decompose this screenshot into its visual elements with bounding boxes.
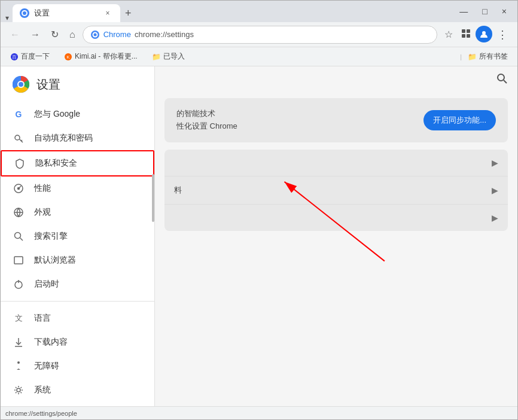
sidebar-scrollbar-thumb [152,174,154,222]
content-top [155,66,517,93]
tab-close-button[interactable]: × [102,8,113,19]
content-search-icon [496,72,508,84]
sidebar-item-accessibility[interactable]: 无障碍 [1,354,154,378]
sidebar-item-downloads[interactable]: 下载内容 [1,330,154,354]
address-text: chrome://settings [135,30,194,39]
content-search-button[interactable] [496,72,508,87]
svg-point-22 [18,188,20,190]
sidebar-item-performance[interactable]: 性能 [1,176,154,200]
title-bar: ▾ 设置 × + — □ × [1,1,517,22]
browser-icon [13,254,25,266]
toolbar-actions: ☆ ⋮ [441,26,511,44]
svg-rect-7 [467,29,470,33]
svg-rect-9 [467,34,470,38]
sync-card-text: 的智能技术 性化设置 Chrome [176,108,237,133]
sidebar-item-privacy[interactable]: 隐私和安全 [1,150,154,176]
minimize-button[interactable]: — [453,4,474,19]
sidebar-item-appearance-label: 外观 [34,207,51,218]
chevron-3: ▶ [492,213,498,223]
appearance-icon [13,206,25,218]
sidebar-item-autofill[interactable]: 自动填充和密码 [1,126,154,150]
close-button[interactable]: × [496,4,513,19]
system-icon [13,384,25,396]
bookmark-all-label: 所有书签 [479,51,508,62]
bookmark-imported-label: 已导入 [163,51,185,62]
active-tab[interactable]: 设置 × [13,4,120,22]
svg-point-2 [23,11,26,15]
sidebar-item-google-label: 您与 Google [34,109,80,120]
sidebar-divider [1,301,154,302]
sidebar-item-search[interactable]: 搜索引擎 [1,224,154,248]
star-button[interactable]: ☆ [441,26,456,44]
sidebar-item-startup-label: 启动时 [34,279,59,290]
forward-button[interactable]: → [27,27,44,42]
svg-point-25 [15,233,21,239]
bookmark-imported[interactable]: 📁 已导入 [148,50,188,63]
tab-area: ▾ 设置 × + [5,1,453,22]
sidebar-item-google[interactable]: G 您与 Google [1,102,154,126]
browser-window: ▾ 设置 × + — □ × ← → ↻ ⌂ [0,0,518,420]
settings-page-title: 设置 [36,77,60,93]
sidebar-item-startup[interactable]: 启动时 [1,272,154,296]
svg-point-17 [19,82,23,87]
sidebar-item-accessibility-label: 无障碍 [34,361,59,372]
maximize-button[interactable]: □ [476,4,493,19]
sync-card: 的智能技术 性化设置 Chrome 开启同步功能... [164,98,508,142]
bookmark-kimi[interactable]: K Kimi.ai - 帮你看更... [60,50,141,63]
bookmark-kimi-label: Kimi.ai - 帮你看更... [75,51,138,62]
window-controls: — □ × [453,4,513,19]
sidebar-item-appearance[interactable]: 外观 [1,200,154,224]
tab-list-button[interactable]: ▾ [5,14,9,22]
content-area: 的智能技术 性化设置 Chrome 开启同步功能... ▶ 料 ▶ ▶ [155,66,517,406]
main-content: 设置 G 您与 Google 自 [1,66,517,406]
profile-icon [479,29,489,39]
baidu-icon: 百 [10,53,19,61]
chrome-logo [13,76,29,93]
status-url: chrome://settings/people [5,410,77,417]
sidebar-item-system-label: 系统 [34,385,51,395]
chevron-2: ▶ [492,185,498,195]
sidebar-item-default-browser[interactable]: 默认浏览器 [1,248,154,272]
content-row-2[interactable]: 料 ▶ [164,176,508,205]
key-icon [13,132,25,144]
bookmark-all[interactable]: 📁 所有书签 [464,50,511,63]
sidebar-item-downloads-label: 下载内容 [34,337,68,348]
extensions-button[interactable] [458,26,474,44]
content-section: ▶ 料 ▶ ▶ [164,150,508,231]
site-security-icon [90,30,100,39]
tab-title: 设置 [34,8,50,19]
language-icon: 文 [13,312,25,324]
performance-icon [13,182,25,194]
sync-button[interactable]: 开启同步功能... [423,110,496,130]
svg-text:百: 百 [12,54,17,60]
svg-rect-8 [462,34,465,38]
back-button[interactable]: ← [7,27,23,42]
google-icon: G [13,108,25,120]
svg-point-33 [17,361,20,364]
svg-point-35 [498,74,504,81]
home-button[interactable]: ⌂ [66,27,79,42]
status-bar: chrome://settings/people [1,406,517,419]
content-row-3[interactable]: ▶ [164,205,508,231]
reload-button[interactable]: ↻ [47,26,62,42]
folder-icon: 📁 [152,53,161,61]
profile-button[interactable] [476,26,492,42]
bookmark-baidu[interactable]: 百 百度一下 [7,50,53,63]
settings-sidebar: 设置 G 您与 Google 自 [1,66,155,406]
bookmarks-separator: | 📁 所有书签 [460,50,511,63]
sidebar-item-autofill-label: 自动填充和密码 [34,133,93,144]
menu-button[interactable]: ⋮ [493,26,511,44]
sync-card-line2: 性化设置 Chrome [176,120,237,133]
sidebar-scrollbar [152,66,154,406]
new-tab-button[interactable]: + [120,5,136,22]
shield-icon [14,157,26,169]
sidebar-item-browser-label: 默认浏览器 [34,255,76,266]
content-row-1[interactable]: ▶ [164,150,508,176]
sidebar-scroll[interactable]: G 您与 Google 自动填充和密码 [1,102,154,406]
svg-point-34 [17,388,20,392]
chrome-settings-icon [90,30,100,39]
sidebar-item-system[interactable]: 系统 [1,378,154,402]
address-bar[interactable]: Chrome chrome://settings [83,26,437,44]
all-bookmarks-icon: 📁 [468,53,477,61]
sidebar-item-language[interactable]: 文 语言 [1,306,154,330]
